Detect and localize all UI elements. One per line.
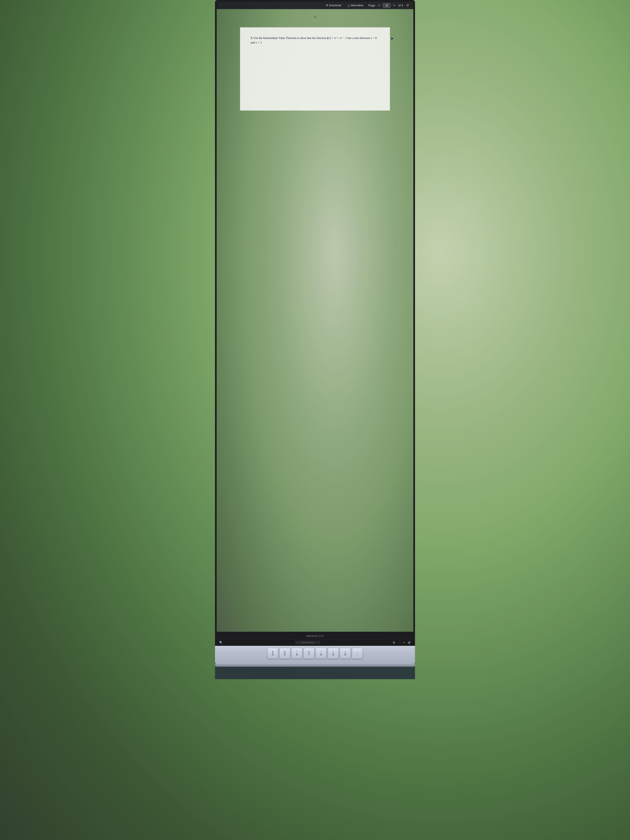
keyboard: $ 4 % 5 ^ 6 & 7 * 8 ( 9 <box>215 646 415 664</box>
previous-page-number: 3 <box>242 13 388 20</box>
pdf-toolbar: ⬇ Download △ Alternative Page < > of 4 ↺ <box>217 2 413 9</box>
prev-page-button[interactable]: < <box>377 3 381 8</box>
touch-bar-search-icon: 🔍 <box>219 641 223 644</box>
keyboard-row-numbers: $ 4 % 5 ^ 6 & 7 * 8 ( 9 <box>219 648 411 659</box>
cursor-arrow: ➤ <box>390 36 394 41</box>
alternative-button[interactable]: △ Alternative <box>346 3 365 8</box>
document-page: ➤ 5. Use the Intermediate Value Theorem … <box>240 27 390 111</box>
touch-bar-left: 🔍 <box>219 641 223 644</box>
desk-area <box>215 667 415 679</box>
pdf-screen: ⬇ Download △ Alternative Page < > of 4 ↺ <box>217 2 413 632</box>
touch-bar-center <box>295 641 320 644</box>
download-button[interactable]: ⬇ Download <box>324 3 343 8</box>
key-9[interactable]: ( 9 <box>328 648 338 659</box>
key-7[interactable]: & 7 <box>303 648 314 659</box>
touch-bar-right: ⊞ 〈 ✳ 🔊 <box>393 641 411 644</box>
page-input[interactable] <box>383 3 390 8</box>
touch-bar-add-icon[interactable]: ⊞ <box>393 641 395 644</box>
key-0[interactable]: ) 0 <box>340 648 351 659</box>
page-label: Page <box>368 4 375 7</box>
key-minus[interactable]: _ - <box>352 648 363 659</box>
refresh-button[interactable]: ↺ <box>405 3 410 8</box>
touch-bar-trackpad[interactable] <box>295 641 320 644</box>
next-page-button[interactable]: > <box>392 3 396 8</box>
page-total: of 4 <box>398 4 403 7</box>
touch-bar-brightness-icon[interactable]: ✳ <box>403 641 405 644</box>
pdf-content: 3 ➤ 5. Use the Intermediate Value Theore… <box>217 9 413 632</box>
question-5-text: 5. Use the Intermediate Value Theorem to… <box>251 36 379 45</box>
key-5[interactable]: % 5 <box>279 648 290 659</box>
touch-bar-volume-icon[interactable]: 🔊 <box>408 641 411 644</box>
key-8[interactable]: * 8 <box>316 648 327 659</box>
key-4[interactable]: $ 4 <box>267 648 278 659</box>
touch-bar-back-icon[interactable]: 〈 <box>398 641 401 644</box>
screen-bezel: ⬇ Download △ Alternative Page < > of 4 ↺ <box>215 0 415 632</box>
trackpad-bar <box>302 642 314 643</box>
touch-bar: 🔍 ⊞ 〈 ✳ 🔊 <box>215 639 415 646</box>
key-6[interactable]: ^ 6 <box>292 648 302 659</box>
page-navigation: Page < > of 4 ↺ <box>368 3 410 8</box>
keyboard-bottom <box>215 664 415 667</box>
macbook-label: MacBook Pro <box>215 632 415 639</box>
